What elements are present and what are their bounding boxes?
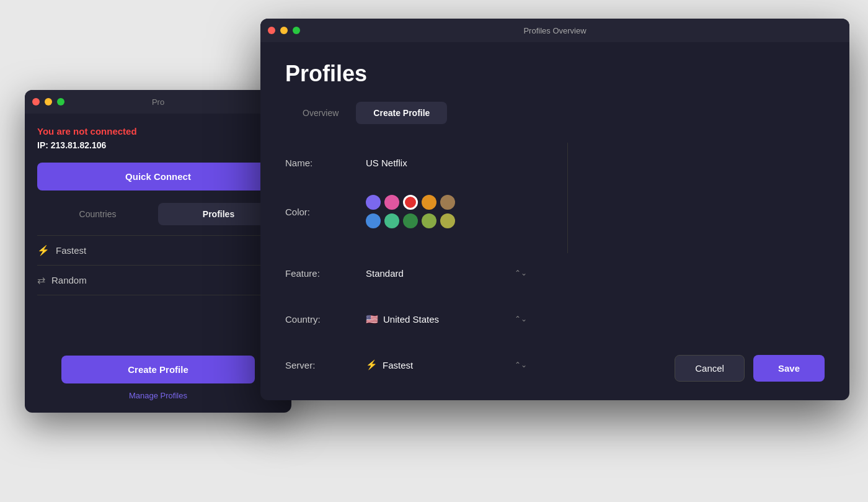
- save-button[interactable]: Save: [753, 355, 825, 382]
- country-name: United States: [383, 314, 439, 325]
- lightning-icon: ⚡: [37, 244, 50, 256]
- server-select[interactable]: ⚡ Fastest ⌃⌄: [366, 359, 527, 370]
- tab-overview[interactable]: Overview: [285, 102, 356, 124]
- form-left-col: Name: US Netflix Color:: [285, 143, 555, 253]
- server-value: ⚡ Fastest: [366, 359, 413, 370]
- server-name: Fastest: [383, 360, 413, 370]
- shuffle-icon: ⇄: [37, 274, 45, 286]
- fg-titlebar: Profiles Overview: [260, 19, 849, 42]
- create-profile-section: Create Profile Manage Profiles: [25, 343, 291, 413]
- bg-window-body: You are not connected IP: 213.81.82.106 …: [25, 114, 291, 308]
- color-dot[interactable]: [422, 213, 436, 228]
- ip-value: 213.81.82.106: [51, 140, 107, 150]
- form-right-col: Feature: Standard ⌃⌄ Country: 🇺🇸 United …: [285, 253, 555, 400]
- list-item[interactable]: ⚡ Fastest: [37, 236, 279, 266]
- vertical-divider: [567, 143, 568, 253]
- profile-fastest-label: Fastest: [56, 245, 86, 256]
- chevron-updown-icon: ⌃⌄: [515, 269, 527, 277]
- manage-profiles-link[interactable]: Manage Profiles: [37, 391, 279, 400]
- name-label: Name:: [285, 158, 366, 168]
- form-actions: Cancel Save: [675, 355, 825, 382]
- profile-random-label: Random: [51, 275, 87, 285]
- bg-titlebar: Pro: [25, 90, 291, 114]
- color-dot[interactable]: [403, 213, 418, 228]
- color-dot[interactable]: [384, 213, 399, 228]
- feature-select[interactable]: Standard ⌃⌄: [366, 268, 527, 279]
- server-chevron-icon: ⌃⌄: [515, 361, 527, 369]
- fg-window-title: Profiles Overview: [523, 26, 586, 35]
- ip-label: IP:: [37, 140, 48, 150]
- quick-connect-button[interactable]: Quick Connect: [37, 163, 279, 190]
- bg-window-title: Pro: [152, 97, 164, 107]
- server-label: Server:: [285, 360, 366, 370]
- name-row: Name: US Netflix: [285, 149, 555, 176]
- country-select[interactable]: 🇺🇸 United States ⌃⌄: [366, 313, 527, 325]
- tl-minimize[interactable]: [45, 98, 52, 105]
- tab-create-profile[interactable]: Create Profile: [356, 102, 447, 124]
- profile-list: ⚡ Fastest ⇄ Random: [37, 235, 279, 295]
- fg-tabs: Overview Create Profile: [285, 102, 825, 124]
- color-row: Color:: [285, 195, 555, 228]
- color-picker: [366, 195, 455, 228]
- main-tabs: Countries Profiles: [37, 203, 279, 225]
- fg-tl-close[interactable]: [268, 27, 275, 34]
- feature-value: Standard: [366, 268, 404, 279]
- color-dot[interactable]: [384, 195, 399, 210]
- color-label: Color:: [285, 207, 366, 217]
- server-row: Server: ⚡ Fastest ⌃⌄: [285, 351, 555, 379]
- country-value: 🇺🇸 United States: [366, 313, 439, 325]
- server-lightning-icon: ⚡: [366, 359, 378, 370]
- color-dot[interactable]: [403, 195, 418, 210]
- color-dot[interactable]: [440, 195, 455, 210]
- create-profile-button[interactable]: Create Profile: [61, 356, 255, 383]
- fg-profiles-window: Profiles Overview Profiles Overview Crea…: [260, 19, 849, 400]
- page-title: Profiles: [285, 61, 825, 87]
- fg-body: Profiles Overview Create Profile Name: U…: [260, 42, 849, 400]
- color-dot[interactable]: [366, 213, 381, 228]
- feature-row: Feature: Standard ⌃⌄: [285, 259, 555, 287]
- connection-status: You are not connected: [37, 126, 279, 137]
- vpn-protocol-row: VPN Protocol WireGuard ⌃⌄: [285, 397, 555, 400]
- tab-countries[interactable]: Countries: [37, 203, 158, 225]
- name-value[interactable]: US Netflix: [366, 158, 407, 168]
- country-row: Country: 🇺🇸 United States ⌃⌄: [285, 305, 555, 333]
- color-dot[interactable]: [366, 195, 381, 210]
- country-label: Country:: [285, 314, 366, 325]
- tl-maximize[interactable]: [57, 98, 64, 105]
- fg-tl-minimize[interactable]: [280, 27, 288, 34]
- color-dot[interactable]: [422, 195, 436, 210]
- country-chevron-icon: ⌃⌄: [515, 315, 527, 323]
- feature-label: Feature:: [285, 268, 366, 279]
- cancel-button[interactable]: Cancel: [675, 355, 745, 382]
- list-item[interactable]: ⇄ Random: [37, 266, 279, 295]
- fg-tl-maximize[interactable]: [293, 27, 300, 34]
- country-flag: 🇺🇸: [366, 313, 378, 325]
- color-dot[interactable]: [440, 213, 455, 228]
- tl-close[interactable]: [32, 98, 40, 105]
- ip-display: IP: 213.81.82.106: [37, 140, 279, 150]
- bg-vpn-window: Pro You are not connected IP: 213.81.82.…: [25, 90, 291, 413]
